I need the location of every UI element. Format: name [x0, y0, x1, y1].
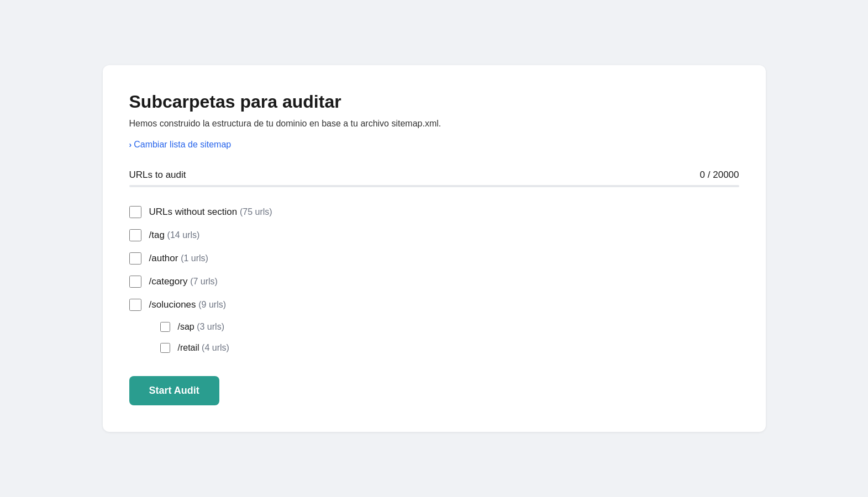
list-item: URLs without section (75 urls)	[129, 200, 739, 224]
checkbox-label-soluciones[interactable]: /soluciones (9 urls)	[149, 299, 227, 310]
list-item: /tag (14 urls)	[129, 224, 739, 247]
urls-audit-label: URLs to audit	[129, 170, 186, 181]
checkbox-retail[interactable]	[160, 343, 170, 353]
checkbox-sap[interactable]	[160, 322, 170, 332]
checkbox-label-urls-without-section[interactable]: URLs without section (75 urls)	[149, 207, 272, 218]
checkbox-urls-without-section[interactable]	[129, 206, 141, 218]
main-card: Subcarpetas para auditar Hemos construid…	[103, 65, 766, 432]
page-title: Subcarpetas para auditar	[129, 92, 739, 112]
checkbox-label-tag[interactable]: /tag (14 urls)	[149, 230, 200, 241]
checkbox-tag[interactable]	[129, 229, 141, 241]
checkbox-label-retail[interactable]: /retail (4 urls)	[178, 343, 229, 353]
progress-bar-container	[129, 185, 739, 187]
list-item: /category (7 urls)	[129, 270, 739, 293]
start-audit-button[interactable]: Start Audit	[129, 376, 219, 405]
list-item: /author (1 urls)	[129, 247, 739, 270]
urls-audit-count: 0 / 20000	[700, 170, 739, 181]
checkbox-label-author[interactable]: /author (1 urls)	[149, 253, 208, 264]
checkboxes-list: URLs without section (75 urls) /tag (14 …	[129, 200, 739, 358]
chevron-right-icon: ›	[129, 140, 132, 149]
urls-audit-header: URLs to audit 0 / 20000	[129, 170, 739, 181]
checkbox-label-category[interactable]: /category (7 urls)	[149, 276, 218, 287]
list-item: /sap (3 urls)	[129, 316, 739, 337]
checkbox-author[interactable]	[129, 252, 141, 265]
list-item: /retail (4 urls)	[129, 337, 739, 358]
checkbox-category[interactable]	[129, 276, 141, 288]
change-sitemap-label: Cambiar lista de sitemap	[134, 140, 231, 150]
checkbox-label-sap[interactable]: /sap (3 urls)	[178, 322, 224, 332]
checkbox-soluciones[interactable]	[129, 299, 141, 311]
urls-audit-section: URLs to audit 0 / 20000	[129, 170, 739, 187]
list-item: /soluciones (9 urls)	[129, 293, 739, 316]
page-subtitle: Hemos construido la estructura de tu dom…	[129, 119, 739, 129]
change-sitemap-link[interactable]: › Cambiar lista de sitemap	[129, 140, 232, 150]
